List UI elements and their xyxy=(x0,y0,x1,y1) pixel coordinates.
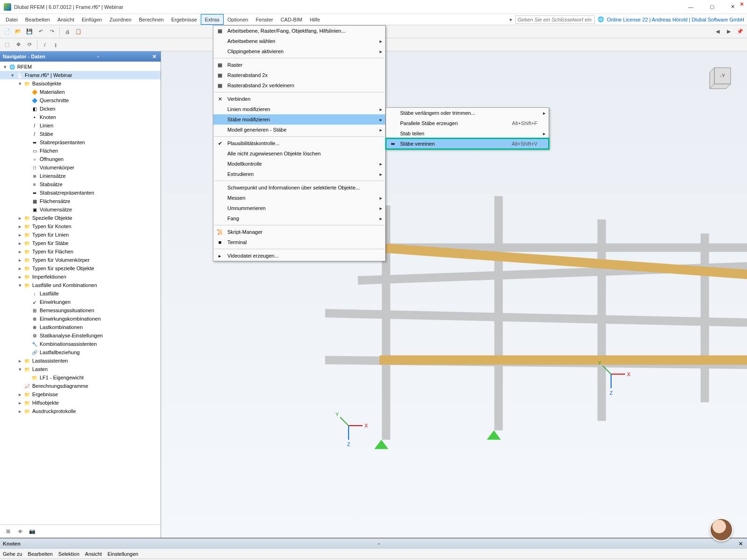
menu-item[interactable]: Schwerpunkt und Informationen über selek… xyxy=(213,182,385,193)
menu-item[interactable]: Modellkontrolle▸ xyxy=(213,159,385,169)
modify-members-submenu[interactable]: Stäbe verlängern oder trimmen...▸Paralle… xyxy=(386,107,549,149)
menu-item[interactable]: Parallele Stäbe erzeugenAlt+Shift+F xyxy=(386,118,549,128)
menu-item[interactable]: Stäbe modifizieren▸ xyxy=(213,114,385,125)
table-menu-item[interactable]: Selektion xyxy=(58,551,79,557)
tree-node[interactable]: ▸📁Ergebnisse xyxy=(0,390,161,399)
pin-icon[interactable]: 📌 xyxy=(735,27,745,37)
nav-prev-icon[interactable]: ◀ xyxy=(712,27,723,37)
menu-item[interactable]: Stäbe verlängern oder trimmen...▸ xyxy=(386,108,549,118)
menu-zuordnen[interactable]: Zuordnen xyxy=(106,14,135,25)
nav-next-icon[interactable]: ▶ xyxy=(724,27,734,37)
tree-node[interactable]: □Volumenkörper xyxy=(0,163,161,172)
redo-icon[interactable]: ↷ xyxy=(47,27,57,37)
minimize-button[interactable]: — xyxy=(680,0,701,14)
menu-item[interactable]: Alle nicht zugewiesenen Objekte löschen xyxy=(213,148,385,159)
navigator-close-icon[interactable]: ✕ xyxy=(151,54,158,60)
maximize-button[interactable]: ▢ xyxy=(701,0,722,14)
tree-node[interactable]: ▸📁Typen für Stäbe xyxy=(0,239,161,247)
menu-extras[interactable]: Extras xyxy=(201,14,224,25)
tree-node[interactable]: 🔗Lastfallbeziehung xyxy=(0,348,161,357)
print-icon[interactable]: 🖨 xyxy=(62,27,72,37)
eye-icon[interactable]: 👁 xyxy=(15,526,25,537)
tree-node[interactable]: ▸📁Ausdruckprotokolle xyxy=(0,407,161,415)
select-icon[interactable]: ⬚ xyxy=(2,40,12,50)
tree-node[interactable]: ◧Dicken xyxy=(0,105,161,113)
table-close-icon[interactable]: ✕ xyxy=(737,541,744,547)
camera-icon[interactable]: 📷 xyxy=(27,526,37,537)
tree-node[interactable]: ⬌Stabrepräsentanten xyxy=(0,138,161,147)
support-avatar[interactable] xyxy=(710,518,733,541)
menu-datei[interactable]: Datei xyxy=(2,14,21,25)
tree-node[interactable]: ⚙Statikanalyse-Einstellungen xyxy=(0,331,161,340)
tree-node[interactable]: ▾🌐RFEM xyxy=(0,63,161,71)
menu-item[interactable]: ■Terminal xyxy=(213,237,385,247)
menu-item[interactable]: Stab teilen▸ xyxy=(386,128,549,139)
line-tool-icon[interactable]: / xyxy=(40,40,50,50)
close-panel-icon[interactable]: ✕ xyxy=(740,1,744,7)
tree-node[interactable]: ▾📁Lastfälle und Kombinationen xyxy=(0,281,161,289)
tree-node[interactable]: /Stäbe xyxy=(0,130,161,138)
menu-berechnen[interactable]: Berechnen xyxy=(135,14,168,25)
menu-hilfe[interactable]: Hilfe xyxy=(306,14,324,25)
tree-node[interactable]: •Knoten xyxy=(0,113,161,121)
new-icon[interactable]: 📄 xyxy=(2,27,12,37)
menu-item[interactable]: Clippingebene aktivieren▸ xyxy=(213,46,385,56)
tree-node[interactable]: ⊞Bemessungssituationen xyxy=(0,306,161,315)
menu-item[interactable]: Linien modifizieren▸ xyxy=(213,104,385,114)
menu-item[interactable]: Messen▸ xyxy=(213,193,385,203)
menu-ansicht[interactable]: Ansicht xyxy=(54,14,78,25)
tree-node[interactable]: 🔷Querschnitte xyxy=(0,96,161,105)
menu-item[interactable]: ⬌Stäbe vereinenAlt+Shift+V xyxy=(386,139,549,149)
navigator-pin-icon[interactable]: ▫ xyxy=(96,54,100,59)
tree-expand-icon[interactable]: ⊞ xyxy=(3,526,13,537)
menu-item[interactable]: 📜Skript-Manager xyxy=(213,227,385,237)
menu-item[interactable]: Modell generieren - Stäbe▸ xyxy=(213,125,385,135)
tree-node[interactable]: ▦Flächensätze xyxy=(0,197,161,205)
member-tool-icon[interactable]: ⫿ xyxy=(51,40,61,50)
menu-item[interactable]: Extrudieren▸ xyxy=(213,169,385,179)
open-icon[interactable]: 📂 xyxy=(13,27,23,37)
menu-bearbeiten[interactable]: Bearbeiten xyxy=(21,14,54,25)
menu-optionen[interactable]: Optionen xyxy=(224,14,252,25)
tree-node[interactable]: ▸📁Typen für Linien xyxy=(0,231,161,239)
tree-node[interactable]: 🔧Kombinationsassistenten xyxy=(0,340,161,348)
tree-node[interactable]: ▾📄Frame.rf6* | Webinar xyxy=(0,71,161,79)
menu-item[interactable]: ▦Arbeitsebene, Raster/Fang, Objektfang, … xyxy=(213,26,385,36)
view-cube[interactable]: -Y xyxy=(705,61,738,93)
tree-node[interactable]: ▸📁Typen für Flächen xyxy=(0,247,161,256)
menu-cad-bim[interactable]: CAD-BIM xyxy=(277,14,306,25)
tree-node[interactable]: 📁LF1 - Eigengewicht xyxy=(0,373,161,382)
tree-node[interactable]: ▾📁Lasten xyxy=(0,365,161,373)
tree-node[interactable]: ↙Einwirkungen xyxy=(0,298,161,306)
menu-item[interactable]: ▸Videodatei erzeugen... xyxy=(213,251,385,261)
menu-einfügen[interactable]: Einfügen xyxy=(78,14,106,25)
table-menu-item[interactable]: Ansicht xyxy=(85,551,102,557)
menu-item[interactable]: ✕Verbinden xyxy=(213,94,385,104)
copy-icon[interactable]: 📋 xyxy=(73,27,84,37)
rotate-icon[interactable]: ⟳ xyxy=(24,40,35,50)
menu-item[interactable]: ▦Rasterabstand 2x xyxy=(213,70,385,80)
menu-item[interactable]: ▦Raster xyxy=(213,60,385,70)
menu-item[interactable]: ✔Plausibilitätskontrolle... xyxy=(213,138,385,148)
tree-node[interactable]: ▭Flächen xyxy=(0,147,161,155)
keyword-search[interactable] xyxy=(515,15,595,24)
tree-node[interactable]: ⊗Lastkombinationen xyxy=(0,323,161,331)
menu-item[interactable]: Arbeitsebene wählen▸ xyxy=(213,36,385,46)
undo-icon[interactable]: ↶ xyxy=(35,27,46,37)
navigator-tree[interactable]: ▾🌐RFEM▾📄Frame.rf6* | Webinar▾📁Basisobjek… xyxy=(0,62,161,525)
tree-node[interactable]: ≋Liniensätze xyxy=(0,172,161,180)
tree-node[interactable]: ▣Volumensätze xyxy=(0,205,161,214)
tree-node[interactable]: ▸📁Typen für spezielle Objekte xyxy=(0,264,161,273)
tree-node[interactable]: ▸📁Typen für Volumenkörper xyxy=(0,256,161,264)
tree-node[interactable]: ▸📁Typen für Knoten xyxy=(0,222,161,231)
tree-node[interactable]: ▸📁Imperfektionen xyxy=(0,273,161,281)
save-icon[interactable]: 💾 xyxy=(24,27,35,37)
tree-node[interactable]: ⬌Stabsatzrepräsentanten xyxy=(0,189,161,197)
tree-node[interactable]: ↓Lastfälle xyxy=(0,289,161,298)
tree-node[interactable]: ⊕Einwirkungskombinationen xyxy=(0,315,161,323)
extras-menu[interactable]: ▦Arbeitsebene, Raster/Fang, Objektfang, … xyxy=(213,25,386,261)
menu-item[interactable]: ▦Rasterabstand 2x verkleinern xyxy=(213,80,385,91)
menu-item[interactable]: Fang▸ xyxy=(213,213,385,224)
menu-fenster[interactable]: Fenster xyxy=(252,14,277,25)
menu-item[interactable]: Umnummerieren▸ xyxy=(213,203,385,213)
